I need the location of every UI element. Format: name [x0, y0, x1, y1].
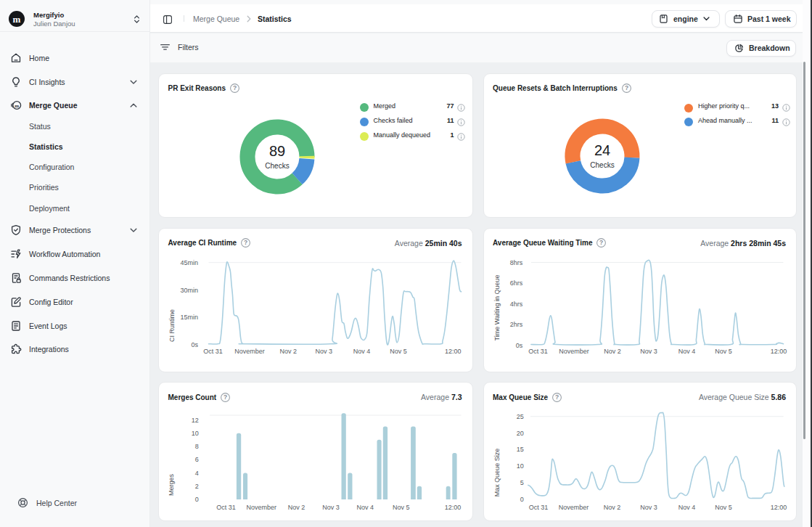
svg-text:CI Runtime: CI Runtime: [168, 309, 176, 341]
svg-text:Nov 5: Nov 5: [390, 348, 407, 355]
svg-text:Nov 2: Nov 2: [279, 348, 297, 355]
svg-text:Checks: Checks: [265, 162, 289, 170]
svg-text:Nov 3: Nov 3: [322, 504, 340, 511]
svg-text:0s: 0s: [191, 340, 198, 348]
svg-text:4: 4: [195, 470, 199, 477]
svg-text:12:00: 12:00: [770, 504, 787, 511]
svg-text:0: 0: [520, 496, 523, 503]
svg-text:4hrs: 4hrs: [509, 300, 522, 307]
svg-text:12:00: 12:00: [445, 504, 462, 511]
svg-text:Nov 2: Nov 2: [603, 504, 620, 511]
svg-text:Nov 4: Nov 4: [678, 504, 695, 511]
svg-text:Time Waiting in Queue: Time Waiting in Queue: [493, 274, 500, 340]
svg-text:Nov 3: Nov 3: [315, 348, 332, 355]
svg-text:5: 5: [520, 479, 523, 486]
svg-text:?: ?: [233, 84, 237, 91]
svg-text:10: 10: [516, 462, 523, 470]
svg-text:45min: 45min: [180, 258, 198, 266]
svg-text:November: November: [558, 504, 589, 511]
svg-text:20: 20: [516, 430, 523, 437]
svg-text:Nov 5: Nov 5: [393, 504, 410, 511]
svg-text:Nov 4: Nov 4: [357, 504, 374, 511]
svg-text:6hrs: 6hrs: [509, 279, 522, 287]
svg-text:2hrs: 2hrs: [509, 321, 522, 328]
svg-text:15: 15: [516, 446, 523, 453]
svg-text:Nov 4: Nov 4: [353, 348, 371, 355]
svg-text:8: 8: [195, 443, 199, 450]
svg-text:November: November: [559, 348, 589, 355]
svg-text:November: November: [234, 348, 265, 355]
svg-text:Nov 5: Nov 5: [715, 348, 732, 355]
svg-text:30min: 30min: [180, 286, 198, 293]
svg-text:Oct 31: Oct 31: [528, 348, 548, 355]
svg-text:Nov 2: Nov 2: [604, 348, 621, 355]
svg-text:12: 12: [192, 417, 199, 424]
svg-text:25: 25: [516, 413, 523, 420]
svg-text:89: 89: [269, 143, 285, 159]
svg-text:Nov 4: Nov 4: [678, 348, 695, 355]
svg-text:m: m: [13, 13, 21, 24]
svg-text:12:00: 12:00: [445, 348, 462, 355]
svg-text:Nov 2: Nov 2: [288, 504, 305, 511]
svg-text:0s: 0s: [515, 341, 522, 348]
svg-text:Oct 31: Oct 31: [203, 348, 223, 355]
svg-text:Merges: Merges: [168, 473, 175, 496]
svg-text:Oct 31: Oct 31: [216, 504, 236, 511]
svg-text:Nov 5: Nov 5: [715, 504, 732, 511]
svg-text:Max Queue Size: Max Queue Size: [493, 449, 500, 497]
svg-text:Nov 3: Nov 3: [640, 504, 657, 511]
svg-text:November: November: [246, 504, 276, 511]
svg-text:8hrs: 8hrs: [509, 258, 522, 266]
svg-text:0: 0: [195, 496, 199, 503]
svg-text:10: 10: [192, 430, 199, 437]
svg-text:12:00: 12:00: [770, 348, 787, 355]
svg-text:?: ?: [625, 84, 628, 91]
svg-text:24: 24: [594, 142, 610, 158]
svg-text:2: 2: [195, 483, 199, 490]
svg-text:Checks: Checks: [590, 161, 614, 169]
svg-text:6: 6: [195, 456, 199, 463]
svg-text:Oct 31: Oct 31: [528, 504, 548, 511]
svg-text:15min: 15min: [180, 314, 198, 321]
svg-text:Nov 3: Nov 3: [640, 348, 657, 355]
svg-text:m: m: [15, 103, 19, 109]
